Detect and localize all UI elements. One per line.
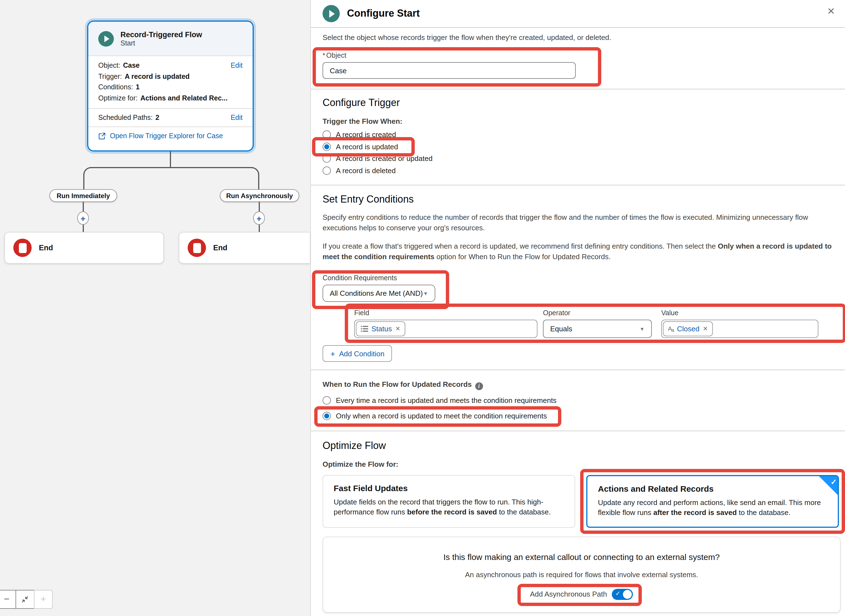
zoom-fit-button[interactable] xyxy=(16,590,34,609)
node-row-conditions: Conditions: 1 xyxy=(98,83,242,91)
check-icon: ✓ xyxy=(616,590,620,597)
flow-start-icon xyxy=(98,31,114,46)
radio-icon xyxy=(323,396,331,404)
section-divider xyxy=(311,370,845,370)
external-callout-note: An asynchronous path is required for flo… xyxy=(334,570,829,579)
edit-object-link[interactable]: Edit xyxy=(231,62,242,69)
section-divider xyxy=(311,185,845,185)
branch-run-immediately[interactable]: Run Immediately xyxy=(49,189,117,202)
toggle-knob xyxy=(623,590,632,598)
optimize-flow-heading: Optimize Flow xyxy=(323,440,840,452)
condition-row: Field Status ✕ xyxy=(354,309,840,338)
add-async-path-toggle[interactable]: ✓ xyxy=(612,588,633,600)
zoom-in-button[interactable]: + xyxy=(34,590,53,609)
configure-trigger-heading: Configure Trigger xyxy=(323,97,840,109)
trigger-when-label: Trigger the Flow When: xyxy=(323,117,840,125)
entry-conditions-heading: Set Entry Conditions xyxy=(323,194,840,205)
section-divider xyxy=(311,89,845,89)
radio-record-deleted[interactable]: A record is deleted xyxy=(323,165,395,176)
panel-header: Configure Start xyxy=(311,0,845,28)
async-path-toggle-label: Add Asynchronous Path xyxy=(530,590,607,598)
chevron-down-icon: ▼ xyxy=(639,326,645,331)
optimize-for-label: Optimize the Flow for: xyxy=(323,460,840,468)
flow-canvas[interactable]: Record-Triggered Flow Start Object: Case… xyxy=(0,0,310,616)
end-node-immediate[interactable]: End xyxy=(4,232,164,264)
add-element-button[interactable]: + xyxy=(253,211,265,225)
start-node-subtitle: Start xyxy=(121,40,202,47)
minus-icon: − xyxy=(4,594,9,605)
field-input[interactable]: Status ✕ xyxy=(354,320,538,338)
field-pill[interactable]: Status ✕ xyxy=(356,321,405,336)
condition-value-column: Value Aa Closed ✕ xyxy=(661,309,819,338)
connector xyxy=(83,224,84,232)
end-icon xyxy=(13,239,32,257)
zoom-out-button[interactable]: − xyxy=(0,590,16,609)
radio-every-time-updated[interactable]: Every time a record is updated and meets… xyxy=(323,394,557,406)
condition-requirements-block: Condition Requirements All Conditions Ar… xyxy=(323,274,435,302)
radio-icon-selected xyxy=(323,142,331,151)
external-link-icon xyxy=(98,132,106,139)
operator-label: Operator xyxy=(543,309,652,317)
object-field-label: *Object xyxy=(323,51,576,59)
flow-builder-screen: Record-Triggered Flow Start Object: Case… xyxy=(0,0,845,616)
add-element-button[interactable]: + xyxy=(77,211,89,225)
connector-branch-left xyxy=(83,167,170,189)
value-label: Value xyxy=(661,309,819,317)
radio-icon-selected xyxy=(323,412,331,420)
connector xyxy=(83,201,84,211)
async-path-toggle-row: Add Asynchronous Path ✓ xyxy=(530,588,633,600)
radio-icon xyxy=(323,131,331,139)
field-label: Field xyxy=(354,309,538,317)
plus-icon: + xyxy=(41,594,46,605)
value-pill[interactable]: Aa Closed ✕ xyxy=(663,321,713,336)
value-input[interactable]: Aa Closed ✕ xyxy=(661,320,819,338)
connector-branch-right xyxy=(170,167,259,189)
node-row-object: Object: Case Edit xyxy=(98,62,242,69)
card-fast-field-updates[interactable]: Fast Field Updates Update fields on the … xyxy=(323,475,575,528)
canvas-zoom-controls: − + xyxy=(0,590,53,609)
start-node[interactable]: Record-Triggered Flow Start Object: Case… xyxy=(87,21,254,151)
remove-icon[interactable]: ✕ xyxy=(395,325,400,332)
node-row-scheduled-paths: Scheduled Paths: 2 Edit xyxy=(88,108,253,126)
start-node-title: Record-Triggered Flow xyxy=(121,30,202,40)
connector-stem xyxy=(170,151,171,167)
connector xyxy=(259,201,260,211)
entry-conditions-paragraph-1: Specify entry conditions to reduce the n… xyxy=(323,212,840,233)
radio-record-created[interactable]: A record is created xyxy=(323,129,396,141)
entry-conditions-paragraph-2: If you create a flow that's triggered wh… xyxy=(323,241,840,262)
external-callout-question: Is this flow making an external callout … xyxy=(334,552,829,561)
connector xyxy=(259,224,260,232)
text-type-icon: Aa xyxy=(668,325,674,333)
radio-record-updated[interactable]: A record is updated xyxy=(323,141,398,153)
start-node-header: Record-Triggered Flow Start xyxy=(88,22,253,56)
section-divider xyxy=(311,430,845,431)
operator-select[interactable]: Equals ▼ xyxy=(543,320,652,338)
condition-requirements-label: Condition Requirements xyxy=(323,274,435,282)
picklist-icon xyxy=(361,325,368,332)
radio-only-when-updated[interactable]: Only when a record is updated to meet th… xyxy=(323,410,547,421)
radio-record-created-or-updated[interactable]: A record is created or updated xyxy=(323,153,432,164)
flow-trigger-explorer-link[interactable]: Open Flow Trigger Explorer for Case xyxy=(110,132,223,140)
object-input[interactable] xyxy=(323,62,576,79)
info-icon[interactable]: i xyxy=(475,382,483,390)
condition-operator-column: Operator Equals ▼ xyxy=(543,309,652,338)
external-callout-box: Is this flow making an external callout … xyxy=(323,536,841,612)
radio-icon xyxy=(323,166,331,175)
condition-requirements-select[interactable]: All Conditions Are Met (AND) ▼ xyxy=(323,285,435,302)
end-node-async[interactable]: End xyxy=(179,232,310,264)
branch-run-asynchronously[interactable]: Run Asynchronously xyxy=(220,189,299,202)
object-field-block: *Object xyxy=(323,51,576,79)
card-actions-related-wrapper: ✓ Actions and Related Records Update any… xyxy=(586,475,839,528)
configure-start-panel: Configure Start ✕ Select the object whos… xyxy=(310,0,845,616)
chevron-down-icon: ▼ xyxy=(423,290,428,296)
panel-title: Configure Start xyxy=(347,8,420,19)
selected-check-icon: ✓ xyxy=(819,476,838,495)
card-actions-and-related-records[interactable]: ✓ Actions and Related Records Update any… xyxy=(586,475,839,528)
fit-view-icon xyxy=(21,595,29,603)
close-icon[interactable]: ✕ xyxy=(827,6,835,17)
edit-scheduled-paths-link[interactable]: Edit xyxy=(231,114,242,122)
end-icon xyxy=(188,239,206,257)
remove-icon[interactable]: ✕ xyxy=(703,325,708,332)
when-to-run-heading: When to Run the Flow for Updated Records xyxy=(323,380,472,389)
add-condition-button[interactable]: + Add Condition xyxy=(323,345,392,362)
